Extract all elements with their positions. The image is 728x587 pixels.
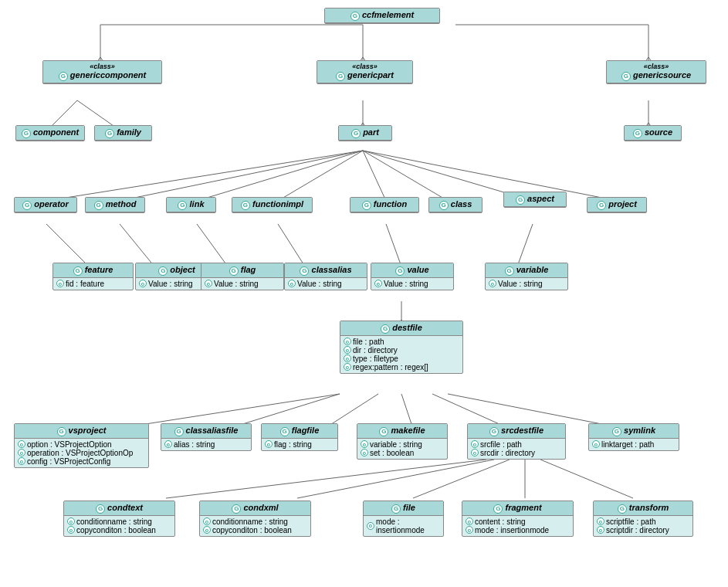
srcdestfile-icon: G <box>489 427 499 436</box>
feature-attr-1: o fid : feature <box>56 280 130 288</box>
value-attr-1: o Value : string <box>374 280 450 288</box>
transform-attr-1: o scriptfile : path <box>597 517 689 526</box>
box-genericcomponent: «class» G genericcomponent <box>42 60 162 84</box>
flagfile-icon: G <box>280 427 290 436</box>
svg-line-30 <box>166 460 486 498</box>
box-fragment: G fragment o content : string o mode : i… <box>462 500 574 537</box>
classaliasfile-title: G classaliasfile <box>161 424 251 439</box>
file-name: file <box>403 503 415 512</box>
condtext-name: condtext <box>107 503 143 512</box>
diagram: G ccfmelement «class» G genericcomponent… <box>0 0 728 587</box>
value-title: G value <box>371 263 453 278</box>
makefile-icon: G <box>379 427 388 436</box>
svg-line-14 <box>363 151 448 201</box>
destfile-title: G destfile <box>340 321 462 336</box>
source-icon: G <box>633 129 642 138</box>
makefile-name: makefile <box>391 426 425 435</box>
box-makefile: G makefile o variable : string o set : b… <box>357 423 448 460</box>
condtext-title: G condtext <box>64 501 174 516</box>
link-icon: G <box>178 201 187 210</box>
transform-attr-2: o scriptdir : directory <box>597 526 689 534</box>
destfile-attrs: o file : path o dir : directory o type :… <box>340 336 462 373</box>
vsproject-attr-3: o config : VSProjectConfig <box>18 457 145 466</box>
feature-icon: G <box>73 266 83 276</box>
genericsource-title: «class» G genericsource <box>607 61 706 83</box>
classalias-title: G classalias <box>285 263 367 278</box>
svg-line-22 <box>517 224 533 266</box>
box-srcdestfile: G srcdestfile o srcfile : path o srcdir … <box>467 423 566 460</box>
box-symlink: G symlink o linktarget : path <box>588 423 679 451</box>
condtext-attr-2: o copyconditon : boolean <box>67 526 171 534</box>
srcdestfile-attr-2: o srcdir : directory <box>471 449 562 457</box>
svg-line-5 <box>50 100 77 127</box>
object-name: object <box>170 265 195 274</box>
family-title: G family <box>95 126 151 141</box>
makefile-title: G makefile <box>357 424 447 439</box>
classaliasfile-attr-1: o alias : string <box>164 440 248 449</box>
makefile-attr-1: o variable : string <box>361 440 444 449</box>
value-icon: G <box>395 266 405 276</box>
fragment-attr-2: o mode : insertionmode <box>466 526 570 534</box>
value-attrs: o Value : string <box>371 278 453 290</box>
transform-icon: G <box>618 504 627 514</box>
symlink-attr-1: o linktarget : path <box>592 440 676 449</box>
box-condxml: G condxml o conditionname : string o cop… <box>199 500 311 537</box>
box-part: G part <box>338 125 392 141</box>
condxml-attr-2: o copyconditon : boolean <box>203 526 307 534</box>
makefile-attr-2: o set : boolean <box>361 449 444 457</box>
destfile-attr-1: o file : path <box>344 338 459 346</box>
project-icon: G <box>597 201 606 210</box>
destfile-name: destfile <box>392 323 422 332</box>
aspect-icon: G <box>516 195 525 205</box>
feature-name: feature <box>85 265 113 274</box>
file-icon: G <box>391 504 401 514</box>
genericcomponent-icon: G <box>59 72 68 81</box>
srcdestfile-title: G srcdestfile <box>468 424 565 439</box>
srcdestfile-attr-1: o srcfile : path <box>471 440 562 449</box>
box-condtext: G condtext o conditionname : string o co… <box>63 500 175 537</box>
box-classalias: G classalias o Value : string <box>284 263 367 290</box>
box-family: G family <box>94 125 152 141</box>
component-title: G component <box>16 126 84 141</box>
box-functionimpl: G functionimpl <box>232 197 313 213</box>
function-title: G function <box>350 198 418 212</box>
functionimpl-title: G functionimpl <box>232 198 312 212</box>
destfile-attr-2: o dir : directory <box>344 346 459 355</box>
vsproject-icon: G <box>57 427 66 436</box>
box-flagfile: G flagfile o flag : string <box>261 423 338 451</box>
flagfile-attr-1: o flag : string <box>265 440 334 449</box>
srcdestfile-name: srcdestfile <box>501 426 543 435</box>
svg-line-9 <box>46 151 363 201</box>
box-flag: G flag o Value : string <box>201 263 284 290</box>
genericpart-icon: G <box>336 72 345 81</box>
flag-title: G flag <box>201 263 283 278</box>
box-destfile: G destfile o file : path o dir : directo… <box>340 321 463 374</box>
box-transform: G transform o scriptfile : path o script… <box>593 500 693 537</box>
condtext-icon: G <box>96 504 105 514</box>
svg-line-32 <box>413 460 510 498</box>
svg-line-10 <box>120 151 363 201</box>
svg-line-16 <box>363 151 618 201</box>
project-title: G project <box>587 198 646 212</box>
box-genericpart: «class» G genericpart <box>317 60 413 84</box>
operator-icon: G <box>22 201 32 210</box>
flagfile-name: flagfile <box>292 426 319 435</box>
box-file: G file o mode : insertionmode <box>363 500 444 537</box>
component-icon: G <box>22 129 31 138</box>
condtext-attr-1: o conditionname : string <box>67 517 171 526</box>
condxml-name: condxml <box>243 503 278 512</box>
vsproject-attr-1: o option : VSProjectOption <box>18 440 145 449</box>
flag-name: flag <box>241 265 256 274</box>
box-function: G function <box>350 197 419 213</box>
box-method: G method <box>85 197 145 213</box>
svg-line-31 <box>297 460 494 498</box>
svg-line-12 <box>278 151 363 201</box>
variable-title: G variable <box>486 263 567 278</box>
vsproject-name: vsproject <box>69 426 107 435</box>
box-feature: G feature o fid : feature <box>52 263 134 290</box>
variable-name: variable <box>516 265 549 274</box>
symlink-name: symlink <box>624 426 655 435</box>
ccfmelement-title: G ccfmelement <box>325 8 439 23</box>
vsproject-attr-2: o operation : VSProjectOptionOp <box>18 449 145 457</box>
flagfile-attrs: o flag : string <box>262 439 337 450</box>
